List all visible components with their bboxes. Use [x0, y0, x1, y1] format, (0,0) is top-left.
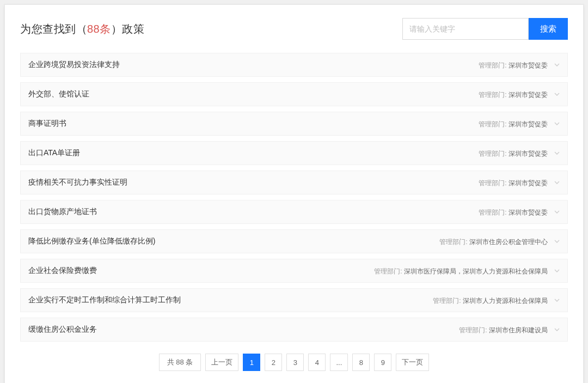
- dept-name: 深圳市贸促委: [509, 91, 548, 99]
- item-meta: 管理部门: 深圳市贸促委: [479, 119, 560, 129]
- next-page-button[interactable]: 下一页: [396, 354, 429, 371]
- dept-label: 管理部门:: [479, 62, 509, 69]
- list-item[interactable]: 降低比例缴存业务(单位降低缴存比例) 管理部门: 深圳市住房公积金管理中心: [20, 229, 568, 253]
- dept-name: 深圳市贸促委: [509, 150, 548, 157]
- chevron-down-icon: [554, 210, 560, 214]
- item-meta: 管理部门: 深圳市贸促委: [479, 207, 560, 217]
- dept-name: 深圳市医疗保障局，深圳市人力资源和社会保障局: [404, 268, 548, 275]
- chevron-down-icon: [554, 240, 560, 243]
- list-item[interactable]: 疫情相关不可抗力事实性证明 管理部门: 深圳市贸促委: [20, 171, 568, 194]
- pagination-total: 共 88 条: [159, 354, 201, 371]
- list-item[interactable]: 企业社会保险费缴费 管理部门: 深圳市医疗保障局，深圳市人力资源和社会保障局: [20, 259, 568, 283]
- list-item[interactable]: 企业实行不定时工作制和综合计算工时工作制 管理部门: 深圳市人力资源和社会保障局: [20, 288, 568, 312]
- search-input[interactable]: [402, 18, 529, 40]
- list-item[interactable]: 外交部、使馆认证 管理部门: 深圳市贸促委: [20, 82, 568, 106]
- dept-name: 深圳市贸促委: [509, 179, 548, 187]
- dept-name: 深圳市住房公积金管理中心: [469, 238, 548, 246]
- list-item[interactable]: 出口货物原产地证书 管理部门: 深圳市贸促委: [20, 200, 568, 224]
- item-meta: 管理部门: 深圳市贸促委: [479, 60, 560, 70]
- item-title: 出口ATA单证册: [28, 148, 80, 158]
- dept-label: 管理部门:: [479, 179, 509, 187]
- dept-label: 管理部门:: [479, 120, 509, 128]
- page-9-button[interactable]: 9: [374, 354, 391, 371]
- item-meta: 管理部门: 深圳市人力资源和社会保障局: [433, 295, 560, 306]
- search-group: 搜索: [402, 18, 568, 40]
- dept-name: 深圳市住房和建设局: [489, 326, 548, 334]
- dept-label: 管理部门:: [479, 150, 509, 157]
- item-title: 外交部、使馆认证: [28, 89, 89, 99]
- dept-label: 管理部门:: [433, 297, 463, 305]
- item-title: 缓缴住房公积金业务: [28, 325, 97, 335]
- item-title: 企业跨境贸易投资法律支持: [28, 60, 120, 70]
- search-button[interactable]: 搜索: [529, 18, 568, 40]
- chevron-down-icon: [554, 299, 560, 302]
- page-1-button[interactable]: 1: [243, 354, 260, 371]
- item-meta: 管理部门: 深圳市贸促委: [479, 178, 560, 188]
- dept-label: 管理部门:: [439, 238, 469, 246]
- chevron-down-icon: [554, 269, 560, 272]
- title-prefix: 为您查找到（: [20, 23, 87, 35]
- list-item[interactable]: 出口ATA单证册 管理部门: 深圳市贸促委: [20, 141, 568, 165]
- item-meta: 管理部门: 深圳市医疗保障局，深圳市人力资源和社会保障局: [374, 266, 560, 276]
- list-item[interactable]: 商事证明书 管理部门: 深圳市贸促委: [20, 112, 568, 136]
- page-2-button[interactable]: 2: [265, 354, 282, 371]
- item-title: 企业社会保险费缴费: [28, 266, 97, 276]
- prev-page-button[interactable]: 上一页: [205, 354, 238, 371]
- results-title: 为您查找到（88条）政策: [20, 22, 144, 37]
- results-list: 企业跨境贸易投资法律支持 管理部门: 深圳市贸促委 外交部、使馆认证 管理部门:…: [20, 53, 568, 342]
- chevron-down-icon: [554, 122, 560, 125]
- item-title: 疫情相关不可抗力事实性证明: [28, 178, 127, 187]
- pagination: 共 88 条 上一页 1 2 3 4 ... 8 9 下一页: [20, 354, 568, 371]
- dept-name: 深圳市贸促委: [509, 209, 548, 216]
- header-row: 为您查找到（88条）政策 搜索: [20, 18, 568, 40]
- list-item[interactable]: 缓缴住房公积金业务 管理部门: 深圳市住房和建设局: [20, 318, 568, 342]
- dept-name: 深圳市人力资源和社会保障局: [463, 297, 548, 305]
- dept-name: 深圳市贸促委: [509, 120, 548, 128]
- list-item[interactable]: 企业跨境贸易投资法律支持 管理部门: 深圳市贸促委: [20, 53, 568, 77]
- chevron-down-icon: [554, 328, 560, 331]
- item-meta: 管理部门: 深圳市贸促委: [479, 148, 560, 159]
- dept-label: 管理部门:: [479, 209, 509, 216]
- chevron-down-icon: [554, 151, 560, 155]
- page-4-button[interactable]: 4: [308, 354, 326, 371]
- dept-label: 管理部门:: [459, 326, 489, 334]
- results-count: 88条: [87, 23, 111, 35]
- dept-name: 深圳市贸促委: [509, 62, 548, 69]
- page-3-button[interactable]: 3: [286, 354, 304, 371]
- chevron-down-icon: [554, 181, 560, 184]
- chevron-down-icon: [554, 63, 560, 66]
- dept-label: 管理部门:: [479, 91, 509, 99]
- item-title: 出口货物原产地证书: [28, 207, 97, 217]
- item-title: 企业实行不定时工作制和综合计算工时工作制: [28, 295, 181, 305]
- item-meta: 管理部门: 深圳市住房和建设局: [459, 325, 560, 335]
- item-title: 商事证明书: [28, 119, 66, 129]
- results-panel: 为您查找到（88条）政策 搜索 企业跨境贸易投资法律支持 管理部门: 深圳市贸促…: [4, 4, 584, 383]
- dept-label: 管理部门:: [374, 268, 404, 275]
- page-ellipsis: ...: [330, 354, 348, 371]
- item-meta: 管理部门: 深圳市贸促委: [479, 89, 560, 100]
- page-8-button[interactable]: 8: [352, 354, 370, 371]
- title-suffix: ）政策: [111, 23, 145, 35]
- chevron-down-icon: [554, 93, 560, 96]
- item-meta: 管理部门: 深圳市住房公积金管理中心: [439, 236, 560, 247]
- item-title: 降低比例缴存业务(单位降低缴存比例): [28, 236, 155, 246]
